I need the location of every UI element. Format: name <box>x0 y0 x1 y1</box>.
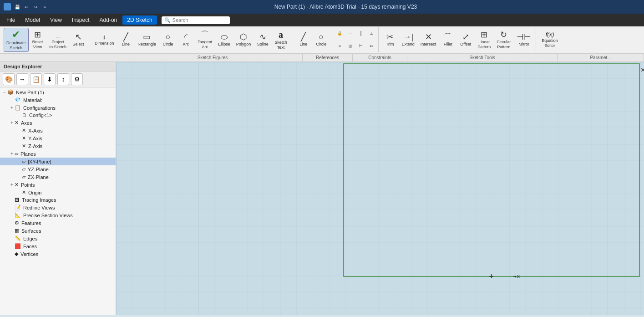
menu-2d-sketch[interactable]: 2D Sketch <box>122 15 157 25</box>
expand-configurations[interactable]: + <box>9 105 15 110</box>
circular-pattern-button[interactable]: ↻ CircularPattern <box>494 29 513 51</box>
constraints-section-label: Constraints <box>353 54 407 61</box>
rectangle-button[interactable]: ▭ Rectangle <box>135 31 159 49</box>
spline-button[interactable]: ∿ Spline <box>254 31 271 49</box>
expand-new-part[interactable]: − <box>2 90 7 95</box>
sketch-text-button[interactable]: a SketchText <box>272 28 290 52</box>
midpoint-button[interactable]: ⊢ <box>356 42 366 50</box>
equal-button[interactable]: = <box>335 42 345 50</box>
tree-item-precise-section-views[interactable]: 📐Precise Section Views <box>0 211 116 219</box>
tree-item-yz-plane[interactable]: ▱YZ-Plane <box>0 165 116 173</box>
sketch-figures-group: ↕ Dimension ╱ Line ▭ Rectangle ○ Circle … <box>90 27 292 52</box>
save-icon[interactable]: 💾 <box>14 3 21 10</box>
menu-model[interactable]: Model <box>20 15 45 25</box>
undo-icon[interactable]: ↩ <box>23 3 30 10</box>
menu-view[interactable]: View <box>46 15 66 25</box>
tree-icon-axes: ✕ <box>15 120 19 126</box>
search-input[interactable] <box>172 17 227 23</box>
ellipse-button[interactable]: ⬭ Ellipse <box>215 31 233 49</box>
tree-item-edges[interactable]: 📏Edges <box>0 235 116 242</box>
mirror-button[interactable]: ⊣⊢ Mirror <box>514 31 534 49</box>
clipboard-button[interactable]: 📋 <box>30 73 42 85</box>
menu-addon[interactable]: Add-on <box>95 15 122 25</box>
concentric-button[interactable]: ◎ <box>345 42 355 50</box>
tree-item-y-axis[interactable]: ✕Y-Axis <box>0 134 116 142</box>
polygon-button[interactable]: ⬡ Polygon <box>233 31 254 49</box>
line-ref-label: Line <box>299 42 307 47</box>
tree-item-axes[interactable]: +✕Axes <box>0 119 116 127</box>
tree-label-x-axis: X-Axis <box>28 128 43 133</box>
perpendicular-button[interactable]: ⊥ <box>366 30 376 37</box>
intersect-icon: ✕ <box>425 33 432 41</box>
intersect-button[interactable]: ✕ Intersect <box>418 31 439 49</box>
horizontal-button[interactable]: ═ <box>345 30 355 37</box>
arc-button[interactable]: ◜ Arc <box>177 31 194 49</box>
menu-file[interactable]: File <box>2 15 20 25</box>
tree-item-tracing-images[interactable]: 🖼Tracing Images <box>0 196 116 204</box>
tree-item-zx-plane[interactable]: ▱ZX-Plane <box>0 173 116 181</box>
references-group: ╱ Line ○ Circle <box>293 27 332 52</box>
tree-item-planes[interactable]: +▱Planes <box>0 150 116 158</box>
resize-button[interactable]: ↕ <box>57 73 69 85</box>
lock-button[interactable]: 🔒 <box>335 30 345 37</box>
project-label: Projectto Sketch <box>50 40 67 50</box>
intersect-label: Intersect <box>421 42 436 47</box>
exchange-button[interactable]: ↔ <box>16 73 28 85</box>
circle-button[interactable]: ○ Circle <box>159 31 177 49</box>
main-canvas[interactable]: ✕ ✕ ✛ →✕ <box>116 62 644 315</box>
redo-icon[interactable]: ↪ <box>32 3 39 10</box>
tree-label-surfaces: Surfaces <box>21 228 41 234</box>
deactivate-sketch-button[interactable]: ✔ DeactivateSketch <box>4 28 29 52</box>
tree-item-z-axis[interactable]: ✕Z-Axis <box>0 142 116 150</box>
select-button[interactable]: ↖ Select <box>70 31 87 49</box>
symmetric-button[interactable]: ⇔ <box>366 42 376 50</box>
fillet-button[interactable]: ⌒ Fillet <box>439 31 456 49</box>
tree-item-new-part[interactable]: −📦New Part (1) <box>0 88 116 96</box>
tree-item-configurations[interactable]: +📋Configurations <box>0 104 116 112</box>
circle-label: Circle <box>163 42 173 47</box>
tangent-arc-button[interactable]: ⌒ TangentArc <box>195 29 215 51</box>
tree-item-vertices[interactable]: ◆Vertices <box>0 250 116 258</box>
line-ref-button[interactable]: ╱ Line <box>295 31 312 49</box>
tree-item-features[interactable]: ⚙Features <box>0 219 116 227</box>
line-button[interactable]: ╱ Line <box>117 31 135 49</box>
equation-editor-button[interactable]: f(x) EquationEditor <box>539 30 561 50</box>
tree-item-surfaces[interactable]: ▦Surfaces <box>0 227 116 235</box>
fillet-label: Fillet <box>444 42 452 47</box>
more-icon[interactable]: » <box>41 3 48 10</box>
linear-pattern-button[interactable]: ⊞ LinearPattern <box>475 29 493 51</box>
tree-item-points[interactable]: +✕Points <box>0 181 116 189</box>
tree-item-material[interactable]: 💎Material: <box>0 96 116 104</box>
tree-label-tracing-images: Tracing Images <box>22 197 56 203</box>
vertical-button[interactable]: ║ <box>356 30 366 37</box>
color-wheel-button[interactable]: 🎨 <box>3 73 15 85</box>
down-arrow-button[interactable]: ⬇ <box>44 73 56 85</box>
sidebar-toolbar: 🎨 ↔ 📋 ⬇ ↕ ⚙ <box>0 72 116 87</box>
arc-label: Arc <box>183 42 189 47</box>
expand-planes[interactable]: + <box>9 151 15 156</box>
tree-label-xy-plane: |XY-Plane| <box>28 159 51 164</box>
tree-item-faces[interactable]: 🟥Faces <box>0 242 116 250</box>
mirror-label: Mirror <box>519 42 530 47</box>
tree-item-origin[interactable]: ✕Origin <box>0 189 116 196</box>
trim-label: Trim <box>386 42 394 47</box>
tree-item-xy-plane[interactable]: ▱|XY-Plane| <box>0 158 116 165</box>
trim-button[interactable]: ✂ Trim <box>381 31 399 49</box>
circle-ref-button[interactable]: ○ Circle <box>313 31 330 49</box>
reset-view-button[interactable]: ⊞ ResetView <box>29 29 46 51</box>
expand-axes[interactable]: + <box>9 120 15 125</box>
offset-button[interactable]: ⤢ Offset <box>457 31 474 49</box>
tree-item-config1[interactable]: 🗒Config<1> <box>0 112 116 119</box>
tree-item-x-axis[interactable]: ✕X-Axis <box>0 127 116 134</box>
search-box[interactable]: 🔍 <box>162 16 230 24</box>
project-to-sketch-button[interactable]: ⟂ Projectto Sketch <box>47 29 70 51</box>
expand-points[interactable]: + <box>9 182 15 187</box>
extend-button[interactable]: →| Extend <box>399 31 417 49</box>
extend-label: Extend <box>402 42 415 47</box>
settings-button[interactable]: ⚙ <box>71 73 83 85</box>
dimension-button[interactable]: ↕ Dimension <box>92 32 117 48</box>
menu-inspect[interactable]: Inspect <box>67 15 94 25</box>
sidebar: Design Explorer 🎨 ↔ 📋 ⬇ ↕ ⚙ −📦New Part (… <box>0 62 116 315</box>
equal-icon: = <box>339 44 341 49</box>
tree-item-redline-views[interactable]: 📝Redline Views <box>0 204 116 211</box>
